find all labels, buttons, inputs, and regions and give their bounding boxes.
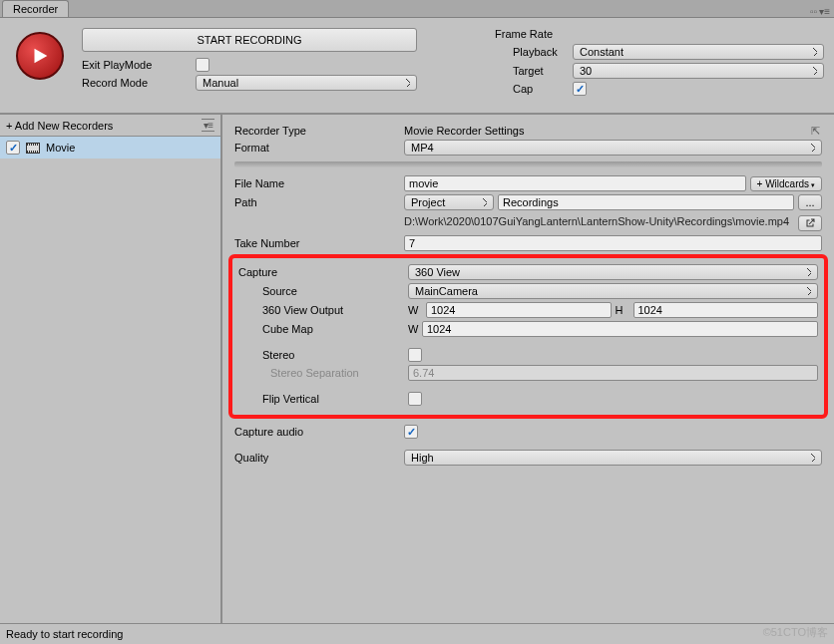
playback-label: Playback [495,46,573,58]
status-text: Ready to start recording [6,628,123,640]
path-label: Path [234,196,404,208]
film-icon [26,143,40,154]
inspector-panel: ⇱ Recorder Type Movie Recorder Settings … [222,115,834,623]
format-select[interactable]: MP4 [404,140,822,156]
path-input[interactable]: Recordings [498,194,794,210]
record-mode-select[interactable]: Manual [196,75,417,91]
status-bar: Ready to start recording [0,623,834,644]
capture-section-highlight: Capture 360 View Source MainCamera 360 V… [228,254,828,419]
capture-label: Capture [238,266,408,278]
take-number-label: Take Number [234,237,404,249]
window-dock-icon[interactable]: ▫▫ [810,6,817,17]
wildcards-button[interactable]: + Wildcards ▾ [750,176,822,191]
tab-bar: Recorder ▫▫ ▾≡ [0,0,834,18]
cubemap-width-prefix: W [408,323,422,335]
recorder-list-item-movie[interactable]: Movie [0,137,220,159]
record-mode-label: Record Mode [82,77,196,89]
path-select[interactable]: Project [404,194,494,210]
resolved-path-text: D:\Work\2020\0107GuiYangLantern\LanternS… [404,215,794,228]
recorder-item-label: Movie [46,142,75,154]
cap-checkbox[interactable] [573,82,587,96]
tab-recorder[interactable]: Recorder [2,0,69,17]
top-panel: START RECORDING Exit PlayMode Record Mod… [0,18,834,115]
record-play-icon[interactable] [16,32,64,80]
capture-audio-label: Capture audio [234,426,404,438]
playback-select[interactable]: Constant [573,44,824,60]
filename-input[interactable]: movie [404,175,746,191]
watermark-text: ©51CTO博客 [763,625,828,640]
output-size-label: 360 View Output [238,304,408,316]
height-prefix: H [616,304,629,316]
stereo-checkbox[interactable] [408,348,422,362]
frame-rate-heading: Frame Rate [495,28,824,40]
exit-playmode-label: Exit PlayMode [82,59,196,71]
take-number-input[interactable]: 7 [404,235,822,251]
window-menu-icon[interactable]: ▾≡ [819,6,830,17]
add-new-recorders-button[interactable]: + Add New Recorders [6,120,198,132]
source-select[interactable]: MainCamera [408,283,818,299]
format-label: Format [234,142,404,154]
target-label: Target [495,65,573,77]
stereo-label: Stereo [238,349,408,361]
filename-label: File Name [234,177,404,189]
sidebar-menu-icon[interactable]: ▾≡ [202,119,214,132]
open-path-button[interactable] [798,215,822,231]
recorder-item-checkbox[interactable] [6,141,20,155]
capture-audio-checkbox[interactable] [404,425,418,439]
output-width-input[interactable]: 1024 [426,302,612,318]
recorder-type-label: Recorder Type [234,125,404,137]
quality-select[interactable]: High [404,450,822,466]
start-recording-button[interactable]: START RECORDING [82,28,417,52]
recorder-type-value: Movie Recorder Settings [404,125,524,137]
maximize-icon[interactable]: ⇱ [811,125,820,138]
stereo-separation-input: 6.74 [408,365,818,381]
flip-vertical-checkbox[interactable] [408,392,422,406]
exit-playmode-checkbox[interactable] [196,58,209,72]
target-select[interactable]: 30 [573,63,824,79]
cap-label: Cap [495,83,573,95]
capture-select[interactable]: 360 View [408,264,818,280]
cubemap-width-input[interactable]: 1024 [422,321,818,337]
source-label: Source [238,285,408,297]
output-height-input[interactable]: 1024 [633,302,819,318]
flip-vertical-label: Flip Vertical [238,393,408,405]
stereo-separation-label: Stereo Separation [238,367,408,379]
cubemap-label: Cube Map [238,323,408,335]
width-prefix: W [408,304,422,316]
browse-button[interactable]: ... [798,194,822,210]
quality-label: Quality [234,452,404,464]
sidebar: + Add New Recorders ▾≡ Movie [0,115,222,623]
divider [234,161,822,167]
